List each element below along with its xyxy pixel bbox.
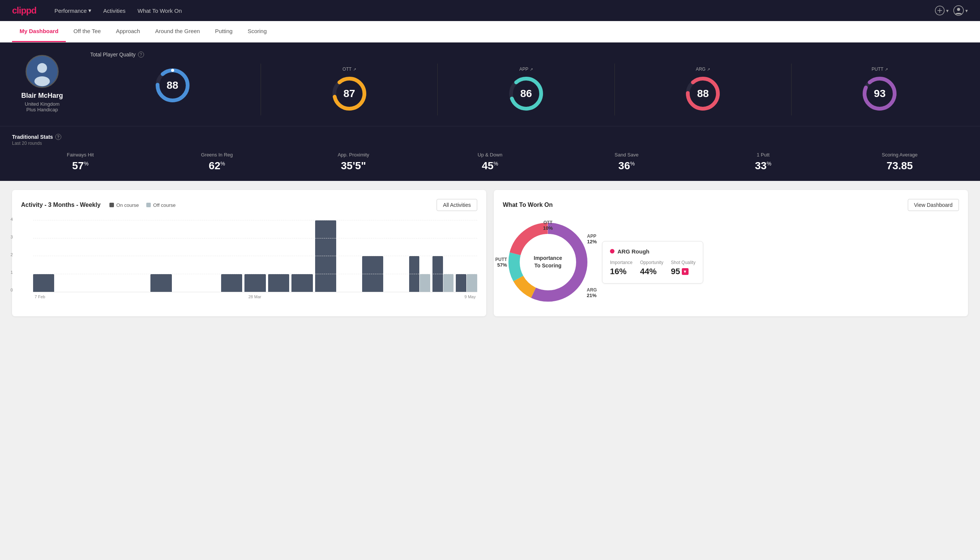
chart-bars <box>33 217 477 292</box>
x-label-1: 28 Mar <box>248 295 261 299</box>
down-badge: ▼ <box>682 268 689 275</box>
bar-on-course <box>150 274 171 292</box>
grid-line-4 <box>33 220 477 220</box>
bar-on-course <box>433 256 443 292</box>
nav-right: ▾ ▾ <box>935 5 968 16</box>
bar-off-course <box>443 274 454 292</box>
user-avatar-nav[interactable]: ▾ <box>953 5 968 16</box>
score-card-putt: PUTT ↗ 93 <box>792 63 968 115</box>
ott-trend: ↗ <box>353 67 356 72</box>
svg-point-19 <box>700 77 704 80</box>
view-dashboard-button[interactable]: View Dashboard <box>908 199 959 211</box>
activity-panel-header: Activity - 3 Months - Weekly On course O… <box>21 199 477 211</box>
app-logo[interactable]: clippd <box>12 5 37 16</box>
y-label-0: 0 <box>10 288 13 292</box>
score-card-app: APP ↗ 86 <box>438 63 614 115</box>
tab-approach[interactable]: Approach <box>108 21 147 42</box>
tpq-label: Total Player Quality ? <box>90 52 968 58</box>
nav-links: Performance ▾ Activities What To Work On <box>55 7 935 14</box>
user-chevron-icon: ▾ <box>965 8 968 13</box>
wtwo-donut-wrapper: ImportanceTo Scoring OTT 10% APP 12% ARG… <box>503 217 593 307</box>
app-proximity-label: App. Proximity <box>285 152 421 158</box>
putt-trend: ↗ <box>885 67 888 72</box>
chart-x-labels: 7 Feb 28 Mar 9 May <box>33 295 477 299</box>
sand-save-value: 36% <box>559 160 695 172</box>
bar-on-course <box>245 274 266 292</box>
bar-group-0 <box>33 274 54 292</box>
all-activities-button[interactable]: All Activities <box>437 199 477 211</box>
up-down-label: Up & Down <box>421 152 558 158</box>
tab-off-the-tee[interactable]: Off the Tee <box>66 21 108 42</box>
player-name: Blair McHarg <box>21 92 63 100</box>
nav-performance[interactable]: Performance ▾ <box>55 7 92 14</box>
info-card: ARG Rough Importance 16% Opportunity 44%… <box>602 241 703 283</box>
y-label-3: 3 <box>10 235 13 239</box>
greens-in-reg-value: 62% <box>148 160 285 172</box>
tab-my-dashboard[interactable]: My Dashboard <box>12 21 66 42</box>
activity-panel: Activity - 3 Months - Weekly On course O… <box>12 190 486 316</box>
bar-on-course <box>409 256 420 292</box>
score-arg-value: 88 <box>697 88 709 100</box>
arg-label: ARG ↗ <box>696 67 710 72</box>
opportunity-value: 44% <box>640 267 663 277</box>
arg-trend: ↗ <box>707 67 710 72</box>
donut-label-putt: PUTT 57% <box>495 257 507 268</box>
bar-on-course <box>291 274 313 292</box>
player-country: United Kingdom <box>25 101 60 107</box>
wtwo-panel: What To Work On View Dashboard <box>494 190 968 316</box>
nav-activities[interactable]: Activities <box>103 8 126 14</box>
bar-on-course <box>33 274 54 292</box>
bar-group-8 <box>221 274 242 292</box>
score-app-value: 86 <box>520 88 532 100</box>
nav-what-to-work-on[interactable]: What To Work On <box>138 8 182 14</box>
grid-line-3 <box>33 238 477 238</box>
bar-group-14 <box>362 256 383 292</box>
sand-save-label: Sand Save <box>559 152 695 158</box>
tab-scoring[interactable]: Scoring <box>240 21 274 42</box>
stat-sand-save: Sand Save 36% <box>559 152 695 172</box>
tab-around-the-green[interactable]: Around the Green <box>147 21 207 42</box>
tpq-info-icon[interactable]: ? <box>138 52 144 58</box>
bar-off-course <box>420 274 430 292</box>
add-chevron-icon: ▾ <box>946 8 949 13</box>
stat-one-putt: 1 Putt 33% <box>695 152 832 172</box>
top-nav: clippd Performance ▾ Activities What To … <box>0 0 980 21</box>
y-label-2: 2 <box>10 252 13 257</box>
greens-in-reg-label: Greens In Reg <box>148 152 285 158</box>
info-card-title: ARG Rough <box>610 248 695 255</box>
svg-point-4 <box>957 8 960 11</box>
app-proximity-value: 35'5" <box>285 160 421 172</box>
bar-group-5 <box>150 274 171 292</box>
trad-stats-label: Traditional Stats ? <box>12 134 968 140</box>
score-ott-value: 87 <box>343 88 355 100</box>
chart-legend: On course Off course <box>110 202 176 208</box>
donut-putt: 93 <box>861 75 898 112</box>
score-cards: 88 OTT ↗ 87 <box>90 63 968 115</box>
scoring-average-label: Scoring Average <box>832 152 968 158</box>
wtwo-panel-header: What To Work On View Dashboard <box>503 199 959 211</box>
player-handicap: Plus Handicap <box>26 107 58 112</box>
stat-up-down: Up & Down 45% <box>421 152 558 172</box>
bar-on-course <box>221 274 242 292</box>
player-avatar <box>26 55 59 88</box>
y-label-1: 1 <box>10 270 13 275</box>
add-button[interactable]: ▾ <box>935 6 949 15</box>
app-trend: ↗ <box>530 67 533 72</box>
wtwo-content: ImportanceTo Scoring OTT 10% APP 12% ARG… <box>503 217 959 307</box>
importance-value: 16% <box>610 267 632 277</box>
off-course-dot <box>146 203 151 207</box>
svg-point-10 <box>171 69 174 72</box>
bar-group-17 <box>433 256 454 292</box>
svg-point-13 <box>349 77 352 80</box>
wtwo-title: What To Work On <box>503 202 553 208</box>
tab-putting[interactable]: Putting <box>208 21 240 42</box>
donut-label-arg: ARG 21% <box>587 287 597 298</box>
bar-on-course <box>315 220 336 292</box>
info-card-dot <box>610 249 614 253</box>
trad-info-icon[interactable]: ? <box>55 134 61 140</box>
svg-point-7 <box>35 77 50 86</box>
info-card-metrics: Importance 16% Opportunity 44% Shot Qual… <box>610 260 695 277</box>
donut-label-app: APP 12% <box>587 233 597 245</box>
x-label-0: 7 Feb <box>35 295 45 299</box>
donut-label-ott: OTT 10% <box>543 220 553 231</box>
